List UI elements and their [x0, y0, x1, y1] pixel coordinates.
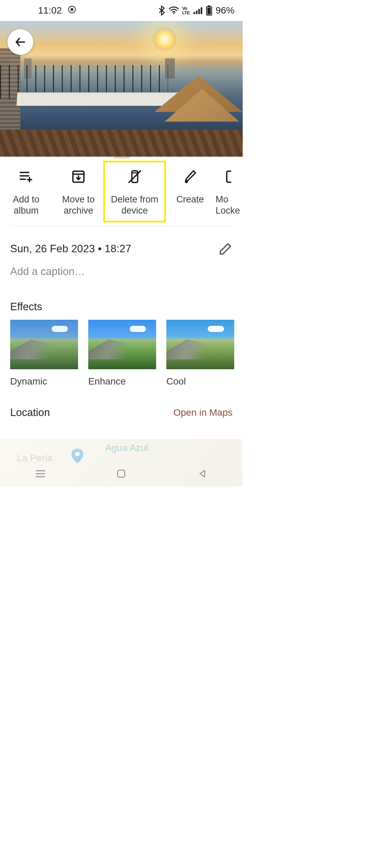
effect-label: Dynamic	[10, 376, 78, 387]
back-button[interactable]	[7, 29, 33, 55]
add-to-album-icon	[19, 169, 33, 184]
signal-icon	[193, 6, 203, 15]
svg-rect-3	[193, 12, 195, 14]
svg-point-2	[173, 13, 174, 14]
svg-rect-5	[198, 9, 200, 14]
archive-icon	[72, 169, 85, 184]
photo-preview[interactable]	[0, 21, 243, 157]
svg-point-1	[71, 8, 73, 11]
action-label: Add to album	[2, 194, 50, 216]
svg-rect-13	[227, 171, 231, 182]
nav-recent-icon[interactable]	[35, 468, 46, 479]
create-action[interactable]: Create	[165, 162, 216, 210]
nav-home-icon[interactable]	[115, 468, 127, 479]
actions-row: Add to album Move to archive Delete from…	[0, 159, 243, 226]
map-poi-label: Agua Azul	[105, 442, 148, 453]
action-label: Mo Locke	[216, 194, 240, 216]
effects-row: Dynamic Enhance Cool	[0, 320, 243, 387]
bluetooth-icon	[159, 5, 165, 16]
svg-rect-4	[196, 11, 198, 14]
svg-rect-9	[208, 5, 210, 7]
add-to-album-action[interactable]: Add to album	[0, 162, 52, 221]
svg-point-12	[185, 180, 188, 183]
svg-rect-15	[118, 470, 125, 477]
details-sheet: Add to album Move to archive Delete from…	[0, 157, 243, 487]
status-time: 11:02	[38, 5, 62, 16]
svg-rect-6	[201, 7, 202, 14]
volte-icon: VoLTE	[182, 6, 190, 15]
delete-from-device-action[interactable]: Delete from device	[105, 162, 165, 221]
location-heading: Location	[10, 407, 50, 419]
effect-thumb	[166, 320, 234, 369]
nav-back-icon[interactable]	[197, 468, 208, 479]
effects-heading: Effects	[0, 280, 243, 320]
caption-input[interactable]: Add a caption…	[0, 259, 243, 280]
move-to-locked-action[interactable]: Mo Locke	[216, 162, 243, 221]
map-preview[interactable]: Agua Azul La Perla	[0, 439, 243, 487]
battery-pct: 96%	[216, 5, 235, 16]
map-poi-label: La Perla	[17, 453, 52, 463]
action-label: Move to archive	[54, 194, 103, 216]
svg-point-14	[75, 452, 79, 456]
effect-thumb	[10, 320, 78, 369]
effect-label: Enhance	[88, 376, 156, 387]
wifi-icon	[169, 6, 179, 15]
action-label: Delete from device	[107, 194, 163, 216]
action-label: Create	[176, 194, 204, 205]
move-to-archive-action[interactable]: Move to archive	[52, 162, 105, 221]
battery-icon	[206, 5, 212, 16]
photo-datetime: Sun, 26 Feb 2023 • 18:27	[10, 243, 131, 255]
status-app-icon	[68, 5, 76, 16]
effect-dynamic[interactable]: Dynamic	[10, 320, 78, 387]
delete-from-device-icon	[127, 169, 142, 184]
effect-enhance[interactable]: Enhance	[88, 320, 156, 387]
open-in-maps-link[interactable]: Open in Maps	[173, 407, 233, 418]
create-icon	[183, 169, 197, 184]
effect-cool[interactable]: Cool	[166, 320, 234, 387]
map-pin-icon	[71, 449, 84, 461]
status-bar: 11:02 VoLTE 96%	[0, 0, 243, 21]
edit-datetime-button[interactable]	[218, 242, 233, 256]
locked-folder-icon	[226, 169, 231, 184]
effect-thumb	[88, 320, 156, 369]
android-navbar	[0, 464, 243, 483]
effect-label: Cool	[166, 376, 234, 387]
svg-rect-8	[207, 7, 211, 14]
